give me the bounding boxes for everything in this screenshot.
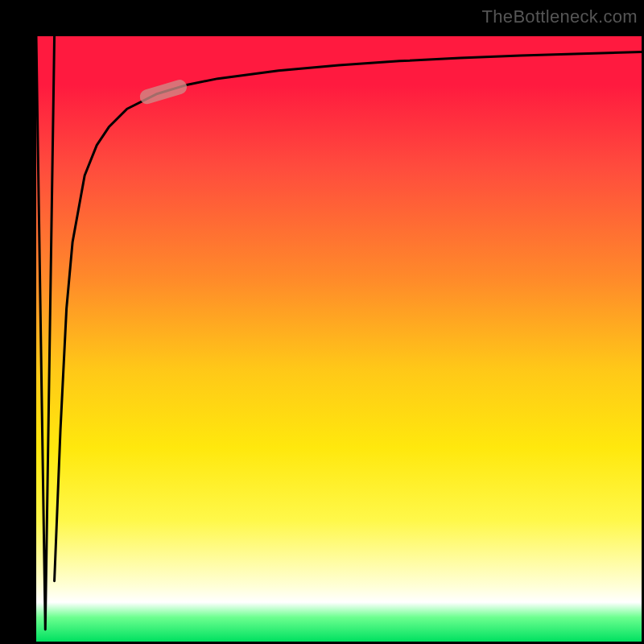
attribution-text: TheBottleneck.com [482,6,638,27]
chart-svg [36,36,642,642]
chart-frame: TheBottleneck.com [0,0,644,644]
curve-spike-down [36,36,55,630]
highlight-pill-marker [138,78,189,106]
curve-log-rise [55,52,642,581]
